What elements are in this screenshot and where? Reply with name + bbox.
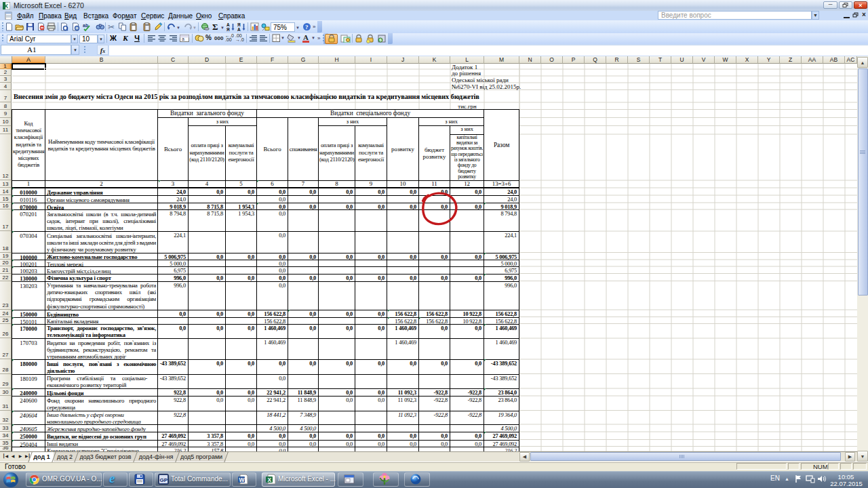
svg-text:X: X [4,3,8,9]
svg-text:А: А [237,27,241,32]
svg-text:Я: Я [226,27,230,32]
svg-text:a: a [182,37,184,41]
svg-text:GP: GP [160,477,168,483]
svg-text:А: А [226,22,230,27]
svg-text:X: X [268,476,272,483]
svg-text:?: ? [305,24,309,30]
svg-text:W: W [239,476,245,483]
svg-text:Я: Я [237,22,241,27]
svg-text:✂: ✂ [108,22,115,32]
svg-text:ab: ab [83,23,88,28]
